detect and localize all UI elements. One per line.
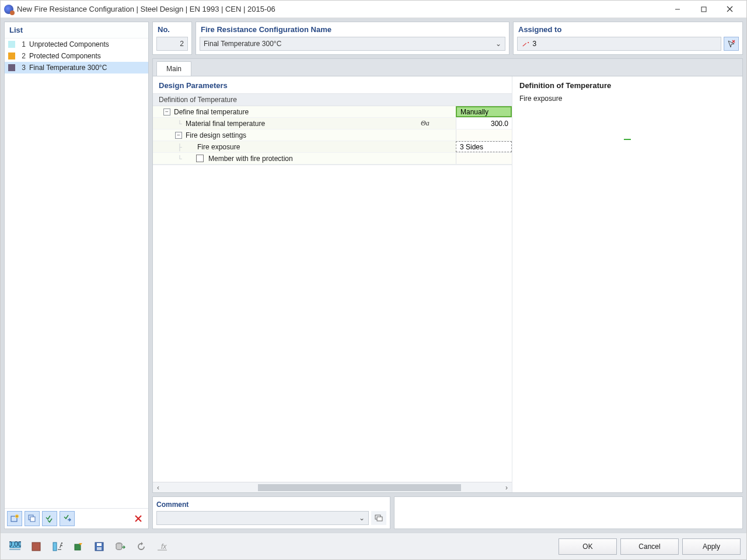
comment-library-button[interactable]: [371, 511, 386, 525]
svg-rect-16: [377, 517, 382, 521]
param-row-fire-exposure[interactable]: ├ Fire exposure 3 Sides: [153, 141, 512, 153]
assigned-label: Assigned to: [514, 22, 742, 37]
number-panel: No. 2: [152, 22, 192, 55]
tab-strip: Main: [153, 59, 742, 76]
delete-item-button[interactable]: [131, 511, 146, 526]
param-row-material-final-temp[interactable]: └ Material final temperature Θa 300.0: [153, 118, 512, 130]
apply-button[interactable]: Apply: [682, 538, 741, 555]
define-final-temp-value[interactable]: Manually: [456, 106, 512, 117]
info-panel: Definition of Temperature Fire exposure: [512, 76, 742, 492]
save-button[interactable]: [90, 538, 108, 555]
ok-button[interactable]: OK: [558, 538, 617, 555]
svg-rect-9: [30, 517, 35, 522]
param-row-member-protection[interactable]: └ Member with fire protection: [153, 153, 512, 164]
cancel-button[interactable]: Cancel: [620, 538, 679, 555]
param-label: Fire exposure: [196, 143, 421, 151]
list-item-number: 3: [19, 64, 26, 72]
sidebar-list-panel: List 1 Unprotected Components 2 Protecte…: [4, 22, 149, 529]
temperature-group-header: Definition of Temperature: [153, 93, 512, 106]
info-illustration: [519, 103, 735, 488]
svg-text:A: A: [60, 541, 62, 550]
svg-text:0,00: 0,00: [9, 541, 21, 548]
svg-rect-20: [32, 542, 40, 551]
svg-rect-21: [53, 542, 57, 551]
param-row-define-final-temp[interactable]: − Define final temperature Manually: [153, 106, 512, 118]
preview-panel: [394, 496, 743, 529]
reset-button[interactable]: [132, 538, 150, 555]
copy-item-button[interactable]: [25, 511, 40, 526]
param-row-fire-design-settings[interactable]: − Fire design settings: [153, 130, 512, 141]
color-swatch: [8, 41, 15, 48]
app-icon: [4, 5, 13, 14]
check-all-button[interactable]: [42, 511, 57, 526]
list-item[interactable]: 1 Unprotected Components: [5, 38, 148, 50]
minimize-button[interactable]: [664, 1, 690, 18]
reassign-button[interactable]: [60, 511, 75, 526]
member-icon: ⟋•: [521, 40, 529, 48]
color-swatch: [8, 52, 15, 60]
name-panel: Fire Resistance Configuration Name Final…: [196, 22, 509, 55]
chevron-down-icon: ⌄: [495, 40, 501, 48]
design-parameters-title: Design Parameters: [153, 76, 512, 93]
collapse-icon[interactable]: −: [175, 132, 182, 139]
comment-panel: Comment ⌄: [152, 496, 390, 529]
color-button[interactable]: [27, 538, 45, 555]
name-value: Final Temperature 300°C: [204, 40, 281, 48]
maximize-button[interactable]: [690, 1, 717, 18]
number-label: No.: [153, 22, 191, 37]
list-item-number: 1: [19, 40, 26, 48]
parameter-tree: − Define final temperature Manually └ Ma…: [153, 106, 512, 165]
name-label: Fire Resistance Configuration Name: [196, 22, 509, 37]
info-text: Fire exposure: [519, 94, 735, 103]
units-button[interactable]: 0,00: [6, 538, 24, 555]
svg-rect-24: [75, 544, 81, 550]
view-settings-button[interactable]: A: [48, 538, 66, 555]
chevron-down-icon: ⌄: [359, 514, 365, 522]
svg-rect-26: [97, 543, 102, 546]
pick-in-view-button[interactable]: [724, 37, 739, 51]
titlebar: New Fire Resistance Configuration | Stee…: [1, 1, 746, 18]
svg-rect-27: [97, 547, 102, 550]
tab-main[interactable]: Main: [156, 61, 191, 76]
param-label: Member with fire protection: [207, 155, 421, 163]
list-item-label: Protected Components: [29, 52, 101, 60]
horizontal-scrollbar[interactable]: ‹ ›: [153, 482, 512, 492]
close-button[interactable]: [717, 1, 743, 18]
assigned-field[interactable]: ⟋• 3: [517, 37, 721, 51]
comment-label: Comment: [156, 501, 386, 509]
dialog-window: New Fire Resistance Configuration | Stee…: [0, 0, 747, 560]
fire-exposure-value[interactable]: 3 Sides: [456, 141, 512, 152]
scroll-right-icon[interactable]: ›: [501, 484, 512, 492]
svg-text:fx: fx: [161, 542, 167, 551]
param-label: Material final temperature: [184, 120, 421, 128]
database-button[interactable]: [111, 538, 129, 555]
export-button[interactable]: [69, 538, 87, 555]
sidebar-title: List: [5, 22, 148, 38]
list-item-label: Unprotected Components: [29, 40, 109, 48]
member-protection-checkbox[interactable]: [196, 155, 204, 162]
number-input[interactable]: 2: [156, 37, 188, 51]
parameters-panel: Main Design Parameters Definition of Tem…: [152, 58, 743, 493]
window-title: New Fire Resistance Configuration | Stee…: [17, 5, 664, 13]
scroll-left-icon[interactable]: ‹: [153, 484, 163, 492]
name-select[interactable]: Final Temperature 300°C ⌄: [200, 37, 505, 51]
list-item[interactable]: 2 Protected Components: [5, 50, 148, 62]
list-item[interactable]: 3 Final Temperature 300°C: [5, 62, 148, 74]
list-item-label: Final Temperature 300°C: [29, 64, 107, 72]
footer: 0,00 A fx OK Cancel Apply: [1, 533, 746, 559]
info-title: Definition of Temperature: [519, 81, 735, 90]
number-value: 2: [180, 40, 184, 48]
new-item-button[interactable]: [7, 511, 22, 526]
param-symbol: Θa: [421, 119, 456, 128]
assigned-panel: Assigned to ⟋• 3: [513, 22, 743, 55]
scroll-thumb[interactable]: [258, 484, 460, 491]
sidebar-toolbar: [5, 508, 148, 528]
param-label: Fire design settings: [184, 131, 421, 139]
color-swatch: [8, 64, 15, 71]
param-label: Define final temperature: [173, 108, 421, 116]
svg-rect-1: [701, 7, 706, 12]
comment-select[interactable]: ⌄: [156, 511, 369, 525]
formula-button[interactable]: fx: [153, 538, 171, 555]
collapse-icon[interactable]: −: [163, 108, 170, 116]
material-final-temp-value[interactable]: 300.0: [456, 118, 512, 129]
